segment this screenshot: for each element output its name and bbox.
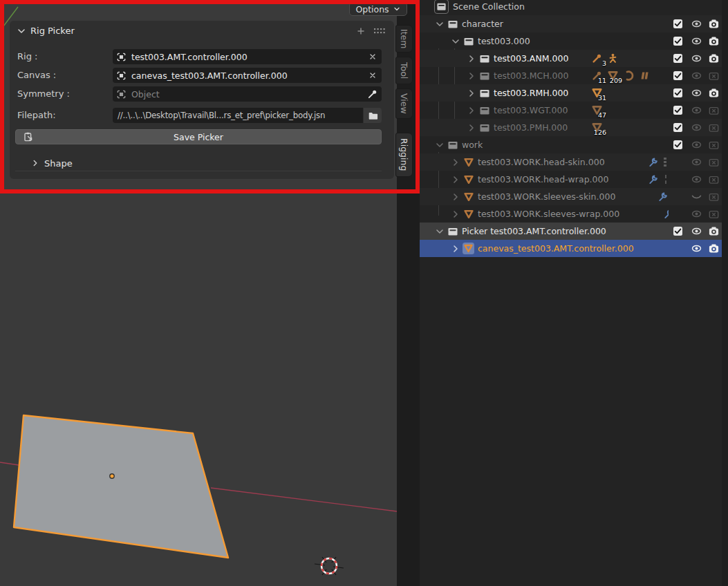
outliner-row-rmh[interactable]: test003.RMH.000 31 [420, 84, 722, 102]
tab-item[interactable]: Item [395, 25, 413, 53]
exclude-checkbox[interactable] [673, 140, 682, 149]
filepath-field[interactable]: //..\..\..\Desktop\Travail\Bl...rs_et_pr… [113, 108, 382, 123]
outliner-row-work[interactable]: work [420, 136, 722, 153]
outliner-row-test003-000[interactable]: test003.000 [420, 32, 722, 50]
chevron-down-icon[interactable] [450, 36, 461, 47]
exclude-checkbox[interactable] [673, 19, 682, 28]
render-camera-toggle[interactable] [708, 173, 720, 185]
shape-section-header[interactable]: Shape [30, 157, 73, 169]
render-camera-toggle[interactable] [708, 53, 720, 64]
exclude-checkbox[interactable] [673, 54, 682, 63]
clipped-icon [664, 158, 666, 167]
eyedropper-icon[interactable] [367, 89, 377, 100]
hide-eye-toggle[interactable] [691, 191, 702, 202]
browse-folder-button[interactable] [364, 108, 382, 123]
tab-view[interactable]: View [395, 88, 413, 119]
3d-viewport[interactable]: Options Rig Picker Rig : test003.AMT.con… [0, 0, 397, 586]
chevron-right-icon[interactable] [450, 209, 461, 220]
outliner-editor[interactable]: Scene Collection character test003.000 t… [420, 0, 728, 586]
outliner-row-canevas-selected[interactable]: canevas_test003.AMT.controller.000 [420, 240, 722, 257]
chevron-down-icon[interactable] [434, 140, 445, 151]
render-camera-toggle[interactable] [708, 225, 720, 237]
outliner-row-scene-collection[interactable]: Scene Collection [420, 0, 722, 15]
clear-x-icon[interactable] [368, 52, 377, 62]
render-camera-toggle[interactable] [708, 139, 720, 151]
chevron-right-icon[interactable] [466, 53, 477, 64]
chevron-right-icon[interactable] [450, 243, 461, 254]
collection-icon [478, 104, 490, 116]
tab-tool[interactable]: Tool [395, 57, 413, 84]
exclude-checkbox[interactable] [673, 106, 682, 115]
tab-rigging-label: Rigging [399, 138, 409, 171]
hide-eye-toggle[interactable] [691, 139, 702, 151]
hide-eye-toggle[interactable] [691, 70, 702, 82]
outliner-row-sleeves-wrap[interactable]: test003.WORK.sleeves-wrap.000 [420, 205, 722, 223]
filepath-input[interactable]: //..\..\..\Desktop\Travail\Bl...rs_et_pr… [113, 108, 363, 123]
hide-eye-toggle[interactable] [691, 35, 702, 47]
outliner-row-mch[interactable]: test003.MCH.000 11 209 [420, 67, 722, 84]
hide-eye-toggle[interactable] [691, 243, 702, 254]
chevron-right-icon[interactable] [450, 191, 461, 202]
symmetry-field[interactable]: Object [113, 86, 382, 102]
exclude-checkbox[interactable] [673, 71, 682, 80]
render-camera-toggle[interactable] [708, 122, 720, 133]
rig-field[interactable]: test003.AMT.controller.000 [113, 49, 382, 64]
outliner-row-head-wrap[interactable]: test003.WORK.head-wrap.000 [420, 171, 722, 188]
outliner-scrollbar-track[interactable] [722, 0, 728, 586]
render-camera-toggle[interactable] [708, 87, 720, 99]
3d-cursor [315, 557, 344, 575]
chevron-right-icon[interactable] [466, 105, 477, 116]
hide-eye-toggle[interactable] [691, 208, 702, 220]
render-camera-toggle[interactable] [708, 208, 720, 220]
chevron-right-icon[interactable] [466, 122, 477, 133]
hide-eye-toggle[interactable] [691, 122, 702, 133]
hide-eye-toggle[interactable] [691, 173, 702, 185]
chevron-down-icon[interactable] [434, 226, 445, 237]
hide-eye-toggle[interactable] [691, 53, 702, 64]
render-camera-toggle[interactable] [708, 243, 720, 254]
render-camera-toggle[interactable] [708, 191, 720, 202]
outliner-row-picker-collection[interactable]: Picker test003.AMT.controller.000 [420, 223, 722, 240]
mesh-count-icon: 209 [607, 70, 619, 82]
hide-eye-toggle[interactable] [691, 104, 702, 116]
canvas-field-label: Canvas : [17, 68, 56, 83]
chevron-down-icon[interactable] [16, 26, 27, 37]
canvas-field[interactable]: canevas_test003.AMT.controller.000 [113, 68, 382, 83]
exclude-checkbox[interactable] [673, 88, 682, 97]
exclude-checkbox[interactable] [673, 37, 682, 46]
outliner-row-character[interactable]: character [420, 15, 722, 32]
panel-header[interactable]: Rig Picker [10, 21, 394, 41]
blender-window: Options Rig Picker Rig : test003.AMT.con… [0, 0, 728, 586]
render-camera-toggle[interactable] [708, 156, 720, 168]
outliner-row-wgt[interactable]: test003.WGT.000 47 [420, 102, 722, 119]
rig-picker-panel: Rig Picker Rig : test003.AMT.controller.… [10, 21, 394, 179]
render-camera-toggle[interactable] [708, 104, 720, 116]
chevron-down-icon[interactable] [434, 19, 445, 30]
render-camera-toggle[interactable] [708, 70, 720, 82]
outliner-row-pmh[interactable]: test003.PMH.000 126 [420, 119, 722, 136]
outliner-row-anm[interactable]: test003.ANM.000 3 [420, 50, 722, 67]
hide-eye-toggle[interactable] [691, 87, 702, 99]
drag-grip-icon[interactable] [373, 28, 386, 35]
chevron-right-icon[interactable] [450, 174, 461, 185]
options-dropdown-button[interactable]: Options [349, 2, 407, 16]
hide-eye-toggle[interactable] [691, 156, 702, 168]
collection-icon [478, 53, 490, 64]
save-picker-label: Save Picker [174, 132, 223, 142]
canvas-object-quad[interactable] [14, 415, 228, 558]
tab-rigging[interactable]: Rigging [395, 133, 413, 177]
outliner-row-sleeves-skin[interactable]: test003.WORK.sleeves-skin.000 [420, 188, 722, 205]
hide-eye-toggle[interactable] [691, 225, 702, 237]
render-camera-toggle[interactable] [708, 18, 720, 30]
pin-plus-icon[interactable] [355, 26, 366, 37]
render-camera-toggle[interactable] [708, 35, 720, 47]
clear-x-icon[interactable] [368, 70, 377, 80]
save-picker-button[interactable]: Save Picker [15, 129, 382, 144]
hide-eye-toggle[interactable] [691, 18, 702, 30]
outliner-row-head-skin[interactable]: test003.WORK.head-skin.000 [420, 153, 722, 171]
chevron-right-icon[interactable] [466, 70, 477, 82]
exclude-checkbox[interactable] [673, 123, 682, 132]
chevron-right-icon[interactable] [466, 88, 477, 99]
exclude-checkbox[interactable] [673, 227, 682, 236]
chevron-right-icon[interactable] [450, 157, 461, 168]
